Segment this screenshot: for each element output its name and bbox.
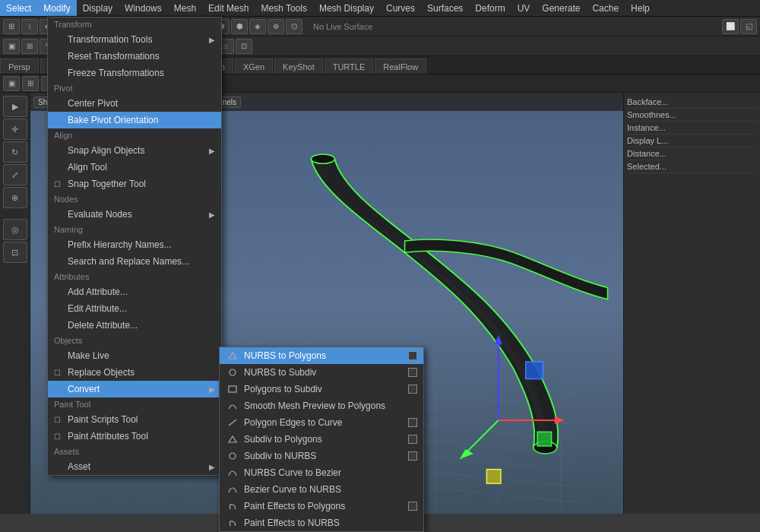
convert-icon [226,451,239,461]
menu-surfaces[interactable]: Surfaces [421,0,469,16]
menu-delete-attribute[interactable]: Delete Attribute... [48,317,221,334]
sub-polygons-subdiv[interactable]: Polygons to Subdiv [220,381,423,397]
sub-nurbs-bezier[interactable]: NURBS Curve to Bezier [220,464,423,481]
tb2-1[interactable]: ▣ [3,39,20,54]
menu-prefix-names[interactable]: Prefix Hierarchy Names... [48,236,221,253]
section-attributes: Attributes [48,270,221,283]
menu-paint-scripts[interactable]: ☐ Paint Scripts Tool [48,411,221,428]
menu-edit-attribute[interactable]: Edit Attribute... [48,300,221,317]
menu-replace-objects[interactable]: ☐ Replace Objects [48,364,221,381]
snap-align-label: Snap Align Objects [68,145,144,156]
center-pivot-label: Center Pivot [68,98,118,109]
menu-center-pivot[interactable]: Center Pivot [48,95,221,112]
tb-btn-1[interactable]: ⊞ [3,19,20,34]
transformation-tools-label: Transformation Tools [68,34,152,45]
side-rotate[interactable]: ↻ [3,141,27,163]
menu-transformation-tools[interactable]: Transformation Tools ▶ [48,31,221,48]
sub-polygon-edges[interactable]: Polygon Edges to Curve [220,414,423,431]
sub-nurbs-polygons[interactable]: NURBS to Polygons [220,347,423,364]
menu-edit-mesh[interactable]: Edit Mesh [202,0,255,16]
menu-select[interactable]: Select [0,0,37,16]
edit-attribute-label: Edit Attribute... [68,303,127,314]
replace-objects-label: Replace Objects [68,367,135,378]
menu-windows[interactable]: Windows [119,0,168,16]
side-move[interactable]: ✛ [3,119,27,140]
sub-subdiv-polygons[interactable]: Subdiv to Polygons [220,431,423,448]
menu-paint-attributes[interactable]: ☐ Paint Attributes Tool [48,428,221,445]
no-live-surface-label: No Live Surface [309,22,377,31]
sub-paint-effects-nurbs[interactable]: Paint Effects to NURBS [220,515,423,531]
reset-transformations-label: Reset Transformations [68,51,160,62]
freeze-transformations-label: Freeze Transformations [68,68,164,78]
menu-make-live[interactable]: Make Live [48,347,221,364]
tab-realflow[interactable]: RealFlow [375,59,426,74]
modify-menu[interactable]: Transform Transformation Tools ▶ Reset T… [47,17,222,476]
tab-turtle[interactable]: TURTLE [325,59,374,74]
side-snap[interactable]: ⊡ [3,242,27,263]
menu-generate[interactable]: Generate [536,0,586,16]
menu-search-replace[interactable]: Search and Replace Names... [48,253,221,270]
menu-mesh-display[interactable]: Mesh Display [313,0,380,16]
check-icon: ☐ [54,369,65,377]
sub-nurbs-subdiv[interactable]: NURBS to Subdiv [220,364,423,381]
menu-snap-together[interactable]: ☐ Snap Together Tool [48,176,221,192]
convert-icon [226,467,239,478]
svg-point-27 [230,369,236,375]
menu-reset-transformations[interactable]: Reset Transformations [48,48,221,65]
menu-freeze-transformations[interactable]: Freeze Transformations [48,65,221,81]
menu-deform[interactable]: Deform [469,0,511,16]
tb-btn-2[interactable]: ↕ [21,19,38,34]
tab-keyshot[interactable]: KeyShot [274,59,323,74]
menu-bake-pivot[interactable]: Bake Pivot Orientation [48,112,221,128]
panel-instance: Instance... [627,122,757,135]
tab-persp[interactable]: Persp [0,59,39,74]
arrow-icon: ▶ [209,385,215,394]
menu-uv[interactable]: UV [511,0,537,16]
panel-distance: Distance... [627,147,757,160]
menu-curves[interactable]: Curves [380,0,421,16]
tb-maximize[interactable]: ⬜ [722,19,739,34]
menu-evaluate-nodes[interactable]: Evaluate Nodes ▶ [48,206,221,223]
tab-xgen[interactable]: XGen [235,59,273,74]
right-panel: Backface... Smoothnes... Instance... Dis… [623,93,760,514]
menu-modify[interactable]: Modify [37,0,76,16]
menu-convert[interactable]: Convert ▶ [48,381,221,397]
menu-mesh-tools[interactable]: Mesh Tools [255,0,312,16]
side-universal[interactable]: ⊕ [3,187,27,208]
polygon-edges-label: Polygon Edges to Curve [244,417,342,428]
tb-btn-16[interactable]: ⌬ [286,19,302,34]
sub-bezier-nurbs[interactable]: Bezier Curve to NURBS [220,481,423,498]
sub-smooth-preview[interactable]: Smooth Mesh Preview to Polygons [220,397,423,414]
menu-mesh[interactable]: Mesh [168,0,202,16]
tb-restore[interactable]: ◱ [740,19,757,34]
side-soft-select[interactable]: ◎ [3,219,27,240]
tb-btn-15[interactable]: ⊕ [268,19,284,34]
svg-marker-26 [229,353,236,359]
convert-icon [226,501,239,511]
menu-snap-align[interactable]: Snap Align Objects ▶ [48,142,221,159]
convert-submenu[interactable]: NURBS to Polygons NURBS to Subdiv Polygo… [219,347,424,532]
tb-btn-14[interactable]: ◈ [249,19,266,34]
tb3-2[interactable]: ⊞ [22,76,39,91]
menu-cache[interactable]: Cache [586,0,625,16]
tb2-13[interactable]: ⊡ [236,39,252,54]
menu-asset[interactable]: Asset ▶ [48,458,221,475]
tb2-2[interactable]: ⊞ [21,39,38,54]
section-assets: Assets [48,445,221,458]
checkbox-icon [408,351,417,360]
menu-display[interactable]: Display [77,0,119,16]
nurbs-polygons-label: NURBS to Polygons [244,350,326,361]
tb3-1[interactable]: ▣ [3,76,20,91]
delete-attribute-label: Delete Attribute... [68,320,138,331]
convert-icon [226,417,239,428]
sub-paint-effects-polygons[interactable]: Paint Effects to Polygons [220,498,423,515]
side-scale[interactable]: ⤢ [3,164,27,185]
menu-align-tool[interactable]: Align Tool [48,159,221,176]
sub-subdiv-nurbs[interactable]: Subdiv to NURBS [220,448,423,464]
add-attribute-label: Add Attribute... [68,287,128,297]
side-select[interactable]: ▶ [3,96,27,117]
menu-add-attribute[interactable]: Add Attribute... [48,283,221,300]
left-sidebar: ▶ ✛ ↻ ⤢ ⊕ ◎ ⊡ [0,93,30,514]
tb-btn-13[interactable]: ⬢ [231,19,248,34]
menu-help[interactable]: Help [625,0,656,16]
